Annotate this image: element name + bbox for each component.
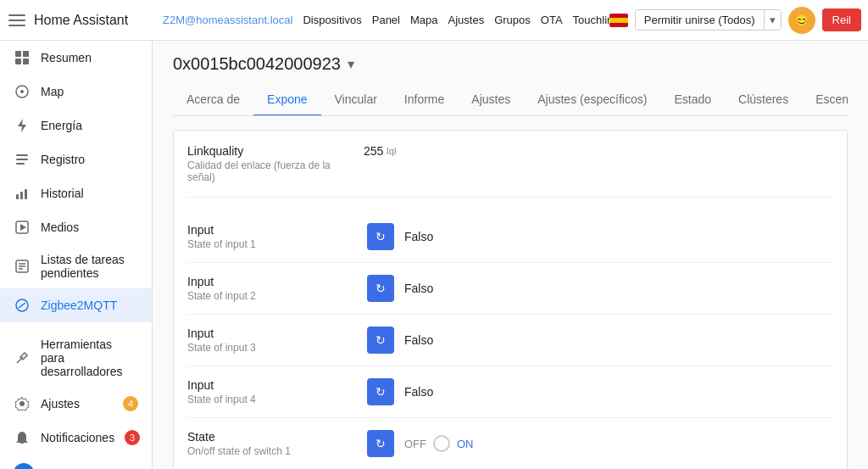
nav-touchlink[interactable]: Touchlink — [570, 14, 609, 26]
linkquality-label-col: Linkquality Calidad del enlace (fuerza d… — [187, 144, 357, 183]
refresh-button-state-1[interactable]: ↻ — [367, 430, 394, 457]
refresh-icon-state-1: ↻ — [376, 437, 386, 450]
tab-estado[interactable]: Estado — [660, 84, 725, 116]
sidebar-label-energia: Energía — [41, 119, 82, 132]
linkquality-number: 255 — [364, 144, 383, 158]
content-inner: 0x0015bc0042000923 ▾ Acerca de Expone Vi… — [153, 41, 868, 469]
nav-mapa[interactable]: Mapa — [407, 14, 442, 26]
refresh-button-2[interactable]: ↻ — [367, 275, 394, 302]
sidebar-label-listas: Listas de tareas pendientes — [41, 253, 138, 280]
topbar: Home Assistant Z2M@homeassistant.local D… — [0, 0, 868, 41]
user-avatar-button[interactable]: 😊 — [788, 7, 815, 34]
sidebar-item-zigbee2mqtt[interactable]: Zigbee2MQTT — [0, 288, 152, 322]
tab-ajustes-especificos[interactable]: Ajustes (específicos) — [524, 84, 660, 116]
grid-icon — [14, 49, 31, 66]
toggle-switch-1[interactable] — [433, 435, 450, 452]
tab-expone[interactable]: Expone — [253, 84, 320, 116]
sidebar-item-registro[interactable]: Registro — [0, 142, 152, 176]
media-icon — [14, 219, 31, 236]
topbar-right: Permitir unirse (Todos) ▾ 😊 Reil — [609, 7, 861, 34]
feature-name-3: Input — [187, 327, 357, 340]
feature-desc-1: State of input 1 — [187, 238, 357, 250]
tab-clusteres[interactable]: Clústeres — [725, 84, 802, 116]
sidebar-label-map: Map — [41, 85, 64, 98]
sidebar-label-zigbee: Zigbee2MQTT — [41, 299, 117, 312]
linkquality-row: Linkquality Calidad del enlace (fuerza d… — [187, 144, 833, 183]
tab-ajustes[interactable]: Ajustes — [458, 84, 524, 116]
sidebar-item-historial[interactable]: Historial — [0, 176, 152, 210]
tasks-icon — [14, 258, 31, 275]
tab-informe[interactable]: Informe — [391, 84, 458, 116]
device-chevron-icon[interactable]: ▾ — [348, 56, 354, 72]
sidebar-item-energia[interactable]: Energía — [0, 109, 152, 142]
sidebar-item-user[interactable]: B Bruno — [0, 455, 152, 469]
tab-vincular[interactable]: Vincular — [321, 84, 391, 116]
sidebar-label-resumen: Resumen — [41, 51, 92, 64]
sidebar-label-registro: Registro — [41, 153, 85, 166]
tab-acerca-de[interactable]: Acerca de — [173, 84, 253, 116]
svg-rect-11 — [20, 192, 23, 199]
nav-panel[interactable]: Panel — [369, 14, 403, 26]
sidebar-item-listas[interactable]: Listas de tareas pendientes — [0, 244, 152, 288]
flag-icon — [609, 14, 628, 27]
linkquality-tooltip: lql — [387, 146, 396, 156]
linkquality-section: Linkquality Calidad del enlace (fuerza d… — [187, 144, 833, 198]
sidebar-item-resumen[interactable]: Resumen — [0, 41, 152, 75]
permit-join-button[interactable]: Permitir unirse (Todos) ▾ — [635, 9, 782, 31]
refresh-button-3[interactable]: ↻ — [367, 327, 394, 354]
sidebar-label-dev-tools: Herramientas para desarrolladores — [41, 338, 138, 378]
sidebar-label-medios: Medios — [41, 221, 79, 234]
tab-escena[interactable]: Escena — [802, 84, 848, 116]
refresh-icon-3: ↻ — [376, 333, 386, 347]
feature-value-4: Falso — [404, 385, 433, 399]
topbar-left: Home Assistant — [7, 10, 159, 31]
svg-rect-0 — [15, 51, 21, 57]
content-area: 0x0015bc0042000923 ▾ Acerca de Expone Vi… — [153, 41, 868, 469]
nav-grupos[interactable]: Grupos — [491, 14, 534, 26]
feature-row-state-1: State On/off state of switch 1 ↻ OFF ON — [187, 418, 833, 469]
tabs-bar: Acerca de Expone Vincular Informe Ajuste… — [173, 84, 848, 116]
app-title: Home Assistant — [34, 13, 128, 28]
permit-arrow-icon[interactable]: ▾ — [764, 10, 781, 30]
energy-icon — [14, 117, 31, 134]
linkquality-value: 255 lql — [364, 144, 396, 158]
svg-rect-1 — [23, 51, 29, 57]
reil-button[interactable]: Reil — [822, 8, 861, 31]
feature-label-1: Input State of input 1 — [187, 223, 357, 250]
hamburger-menu-icon[interactable] — [7, 10, 27, 31]
toggle-on-label-1[interactable]: ON — [457, 438, 474, 450]
device-header: 0x0015bc0042000923 ▾ — [173, 54, 848, 74]
user-avatar: B — [14, 463, 34, 469]
nav-ota[interactable]: OTA — [537, 14, 566, 26]
sidebar-item-ajustes[interactable]: Ajustes 4 — [0, 387, 152, 421]
svg-marker-6 — [18, 119, 26, 132]
svg-point-20 — [19, 401, 25, 406]
log-icon — [14, 151, 31, 168]
refresh-button-1[interactable]: ↻ — [367, 223, 394, 250]
feature-name-2: Input — [187, 275, 357, 288]
feature-row-input-2: Input State of input 2 ↻ Falso — [187, 263, 833, 315]
feature-label-2: Input State of input 2 — [187, 275, 357, 302]
sidebar: Resumen Map Energía — [0, 41, 153, 469]
toggle-off-label-1: OFF — [404, 438, 426, 450]
svg-rect-3 — [23, 59, 29, 64]
refresh-icon-1: ↻ — [376, 230, 386, 243]
bell-icon — [14, 429, 31, 446]
device-title: 0x0015bc0042000923 — [173, 54, 341, 74]
sidebar-item-notificaciones[interactable]: Notificaciones 3 — [0, 421, 152, 455]
expose-panel: Linkquality Calidad del enlace (fuerza d… — [173, 130, 848, 469]
nav-link-z2m[interactable]: Z2M@homeassistant.local — [159, 14, 296, 26]
nav-ajustes[interactable]: Ajustes — [445, 14, 488, 26]
notificaciones-badge: 3 — [125, 430, 140, 445]
history-icon — [14, 185, 31, 202]
refresh-button-4[interactable]: ↻ — [367, 378, 394, 405]
svg-rect-9 — [16, 163, 25, 165]
nav-dispositivos[interactable]: Dispositivos — [299, 14, 364, 26]
sidebar-item-map[interactable]: Map — [0, 75, 152, 109]
main-layout: Resumen Map Energía — [0, 41, 868, 469]
sidebar-item-medios[interactable]: Medios — [0, 210, 152, 244]
sidebar-item-developer-tools[interactable]: Herramientas para desarrolladores — [0, 329, 152, 387]
feature-row-input-3: Input State of input 3 ↻ Falso — [187, 315, 833, 366]
zigbee-icon — [14, 297, 31, 314]
feature-value-3: Falso — [404, 333, 433, 347]
